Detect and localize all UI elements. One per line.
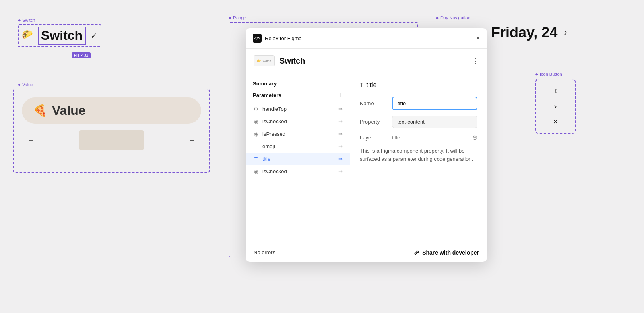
param-isChecked-1[interactable]: ◉ isChecked ⇒ [246,115,350,128]
prop-property-label: Property [360,119,392,125]
param-title-icon: T [253,156,259,162]
param-isChecked-2-name: isChecked [262,168,287,174]
prop-title-row: T title [360,81,477,89]
icon-btn-group: ‹ › × [535,79,576,134]
value-component-label: Value [18,82,33,87]
prop-layer-row: Layer title ⊕ [360,134,477,141]
day-navigation: Friday, 24 › [491,24,567,41]
thumbnail-text: 🌮 Switch [257,59,271,63]
prop-layer-target-icon[interactable]: ⊕ [472,134,477,141]
footer-no-errors: No errors [254,249,275,255]
prop-name-row: Name [360,97,477,110]
param-title-arrow: ⇒ [338,156,343,162]
summary-label: Summary [246,81,350,91]
value-rect [79,130,144,150]
param-isChecked-2-left: ◉ isChecked [253,168,287,174]
param-isChecked-2[interactable]: ◉ isChecked ⇒ [246,165,350,178]
params-add-button[interactable]: + [339,91,343,99]
param-title-left: T title [253,156,270,162]
right-panel: T title Name Property Layer title [350,73,487,243]
footer-share-button[interactable]: ⇗ Share with developer [414,249,479,256]
param-emoji-left: T emoji [253,143,275,149]
param-isPressed-icon: ◉ [253,131,259,137]
param-isPressed-left: ◉ isPressed [253,131,285,137]
param-emoji-name: emoji [262,143,275,149]
switch-component-label: Switch [18,18,35,23]
canvas: Switch 🌮 Switch ✓ Fill × 32 Value 🍕 Valu… [0,0,644,313]
switch-component: 🌮 Switch ✓ [18,24,101,47]
param-handleTop[interactable]: ⚙ handleTop ⇒ [246,103,350,115]
param-isChecked-1-left: ◉ isChecked [253,118,287,124]
param-emoji-arrow: ⇒ [338,143,343,149]
prop-title-text: title [367,81,377,89]
footer-share-icon: ⇗ [414,249,419,256]
prop-name-input[interactable] [392,97,477,110]
param-isChecked-2-icon: ◉ [253,168,259,174]
prop-property-input[interactable] [392,116,477,128]
value-plus-button[interactable]: + [183,133,201,147]
prop-description: This is a Figma component property. It w… [360,147,477,163]
param-title[interactable]: T title ⇒ [246,153,350,165]
icon-btn-close[interactable]: × [551,116,559,128]
switch-title: Switch [38,27,86,45]
component-thumbnail: 🌮 Switch [254,55,275,66]
param-emoji[interactable]: T emoji ⇒ [246,140,350,153]
value-label-text: Value [22,82,33,87]
component-header-left: 🌮 Switch Switch [254,55,305,66]
prop-property-row: Property [360,116,477,128]
range-label-text: Range [233,15,246,20]
modal-body: Summary Parameters + ⚙ handleTop ⇒ [246,73,487,243]
param-emoji-icon: T [253,143,259,149]
footer-share-label: Share with developer [422,249,479,256]
modal-close-button[interactable]: × [476,35,480,42]
param-isChecked-2-arrow: ⇒ [338,168,343,174]
param-handleTop-name: handleTop [262,106,287,112]
value-minus-button[interactable]: − [22,133,40,147]
component-header: 🌮 Switch Switch ⋮ [246,49,487,73]
day-nav-date: Friday, 24 [491,24,557,41]
day-nav-label-text: Day Navigation [440,15,471,20]
modal: </> Relay for Figma × 🌮 Switch Switch ⋮ … [246,28,487,262]
value-pill: 🍕 Value [22,97,201,124]
switch-check-icon: ✓ [91,31,97,41]
left-panel: Summary Parameters + ⚙ handleTop ⇒ [246,73,350,243]
param-isChecked-1-icon: ◉ [253,118,259,124]
param-isPressed[interactable]: ◉ isPressed ⇒ [246,128,350,140]
param-isChecked-1-name: isChecked [262,118,287,124]
modal-footer: No errors ⇗ Share with developer [246,243,487,262]
relay-logo-text: </> [254,36,260,41]
prop-title-type-icon: T [360,82,363,88]
params-label: Parameters [253,92,281,98]
param-title-name: title [262,156,270,162]
modal-header: </> Relay for Figma × [246,28,487,49]
value-title: Value [52,103,86,118]
modal-header-title: Relay for Figma [265,35,302,41]
switch-label-text: Switch [22,18,35,23]
icon-btn-label: Icon Button [535,72,562,77]
value-emoji: 🍕 [33,104,47,117]
modal-header-left: </> Relay for Figma [253,34,302,43]
relay-logo: </> [253,34,262,43]
icon-btn-label-text: Icon Button [540,72,562,77]
param-handleTop-icon: ⚙ [253,106,259,112]
param-isPressed-name: isPressed [262,131,285,137]
param-handleTop-left: ⚙ handleTop [253,106,287,112]
value-component: 🍕 Value − + [13,89,210,173]
value-controls: − + [22,130,201,150]
day-nav-label: Day Navigation [436,15,471,20]
prop-name-label: Name [360,100,392,106]
switch-emoji: 🌮 [22,29,35,42]
component-name: Switch [279,56,305,66]
icon-btn-right[interactable]: › [553,100,559,112]
range-label: Range [229,15,246,20]
icon-btn-left[interactable]: ‹ [553,84,559,97]
fill-badge: Fill × 32 [72,52,91,58]
day-nav-arrow-right[interactable]: › [564,27,567,38]
param-isPressed-arrow: ⇒ [338,131,343,137]
param-handleTop-arrow: ⇒ [338,106,343,112]
component-menu-icon[interactable]: ⋮ [472,56,479,65]
param-isChecked-1-arrow: ⇒ [338,118,343,124]
prop-layer-value: title [392,135,472,141]
params-header: Parameters + [246,91,350,103]
prop-layer-label: Layer [360,135,392,141]
